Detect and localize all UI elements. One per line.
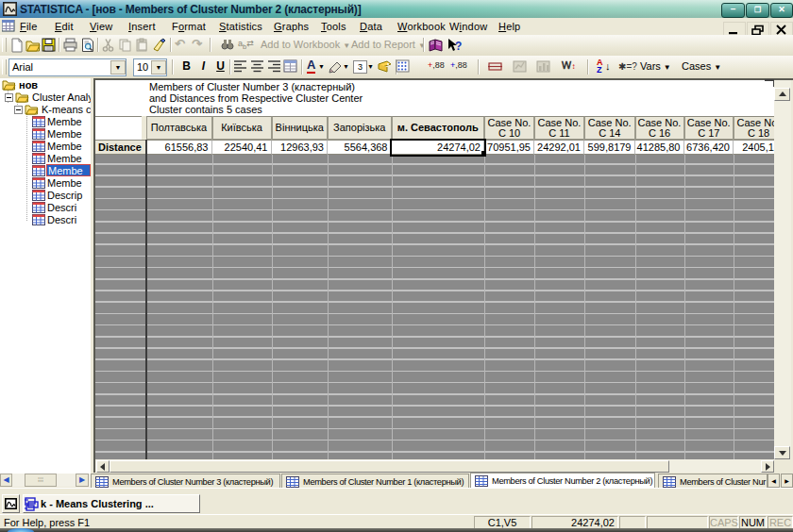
svg-text:?: ? bbox=[455, 40, 462, 53]
